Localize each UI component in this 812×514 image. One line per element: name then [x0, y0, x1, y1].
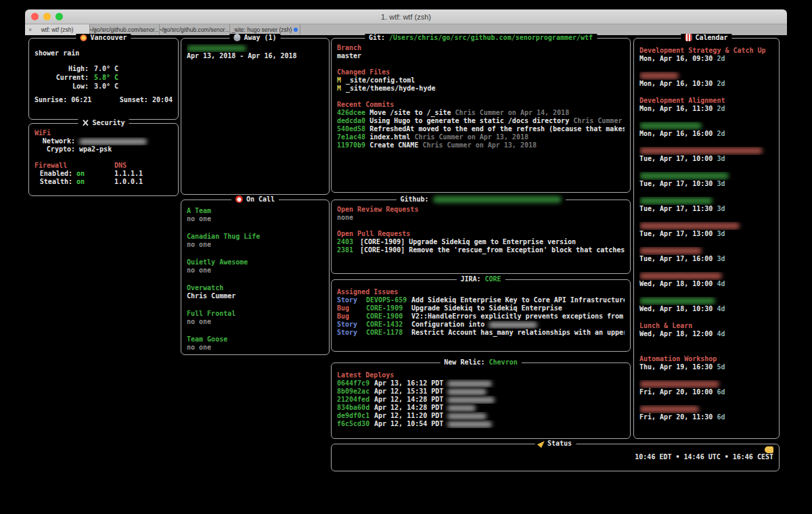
- issue-id: CORE-1178: [366, 329, 411, 337]
- redacted-text: [639, 147, 763, 154]
- commit-meta: Chris Cummer: [573, 117, 622, 124]
- issue-title: Add Sidekiq Enterprise Key to Core API I…: [411, 296, 625, 304]
- commit-hash: 7e1ac48: [337, 133, 365, 141]
- event-days-until: 3d: [717, 205, 725, 212]
- widget-calendar: Calendar Development Strategy & Catch Up…: [633, 38, 780, 439]
- oncall-team: Quietly Awesome no one: [187, 258, 323, 275]
- deploy-time: Apr 12, 10:54 PDT: [374, 420, 443, 427]
- zoom-window-button[interactable]: [55, 13, 63, 20]
- commit-meta: Chris Cummer on Apr 14, 2018: [455, 109, 570, 116]
- event-days-until: 6d: [717, 413, 725, 421]
- issue-row: StoryCORE-1432Configuration into: [337, 321, 625, 329]
- pr-number: 2381: [337, 246, 360, 254]
- weather-current-label: Current:: [35, 73, 89, 82]
- world-clocks: 10:46 EDT • 14:46 UTC • 16:46 CEST: [635, 453, 773, 461]
- activity-dot-icon: [294, 28, 298, 32]
- team-member: Chris Cummer: [187, 292, 323, 300]
- review-requests-header: Open Review Requests: [337, 206, 625, 214]
- dns-secondary: 1.0.0.1: [114, 178, 143, 186]
- event-date: Wed, Apr 18, 10:00: [639, 280, 713, 287]
- traffic-lights: [31, 13, 63, 20]
- changed-files-header: Changed Files: [337, 68, 625, 76]
- event-date: Tue, Apr 17, 11:30: [639, 205, 713, 212]
- widget-weather: Vancouver shower rain High:7.0° C Curren…: [28, 38, 179, 120]
- event-title: Development Alignment: [639, 97, 773, 105]
- window-titlebar[interactable]: 1. wtf: wtf (zsh): [25, 9, 787, 24]
- event-title: Lunch & Learn: [639, 322, 773, 330]
- deploy-time: Apr 12, 14:28 PDT: [374, 404, 443, 411]
- commit-message: index.html: [369, 133, 410, 141]
- crypto-label: Crypto:: [35, 145, 75, 154]
- close-tab-icon[interactable]: ×: [163, 26, 166, 33]
- event-date: Wed, Apr 18, 12:00: [639, 330, 713, 337]
- dns-primary: 1.1.1.1: [114, 170, 143, 178]
- event-date: Mon, Apr 16, 16:00: [639, 130, 713, 137]
- issue-row: StoryDEVOPS-659Add Sidekiq Enterprise Ke…: [337, 296, 625, 304]
- issue-type: Story: [337, 321, 366, 329]
- stealth-value: on: [76, 178, 85, 185]
- commit-row: 540ed58RefreshedAt moved to the end of t…: [337, 125, 625, 133]
- widget-jira: JIRA: CORE Assigned Issues StoryDEVOPS-6…: [331, 279, 631, 352]
- team-name: Team Goose: [187, 335, 323, 344]
- calendar-event: Tue, Apr 17, 10:303d: [639, 172, 773, 188]
- event-title: Development Strategy & Catch Up: [639, 47, 773, 55]
- weather-condition: shower rain: [35, 49, 173, 57]
- commit-meta: Chris Cummer on Apr 13, 2018: [414, 133, 528, 141]
- commit-row: 426dceeMove /site to /_siteChris Cummer …: [337, 109, 625, 117]
- event-date: Wed, Apr 18, 10:30: [639, 305, 713, 312]
- deploy-hash: 8b09e2ac: [337, 388, 374, 396]
- event-days-until: 5d: [717, 363, 725, 371]
- issue-type: Story: [337, 296, 366, 304]
- calendar-event: Development Alignment Mon, Apr 16, 11:30…: [639, 97, 773, 113]
- oncall-team: A Team no one: [187, 207, 323, 223]
- redacted-text: [639, 223, 740, 229]
- weather-high-value: 7.0° C: [94, 65, 118, 72]
- tab-label: ~/go/src/github.com/senor…: [160, 26, 230, 33]
- deploy-hash: 0644f7c9: [337, 379, 374, 388]
- issue-id: CORE-1909: [366, 304, 411, 312]
- commit-hash: dedcda0: [337, 117, 365, 124]
- widget-away: Away (1) Apr 13, 2018 - Apr 16, 2018: [181, 38, 330, 195]
- waving-hand-icon: [765, 446, 773, 453]
- minimize-window-button[interactable]: [43, 13, 51, 20]
- event-date: Mon, Apr 16, 10:30: [639, 80, 713, 87]
- calendar-event: Mon, Apr 16, 10:302d: [639, 72, 773, 88]
- weather-sunset: Sunset: 20:04: [120, 96, 173, 104]
- redacted-text: [639, 248, 702, 254]
- tab-label: _site: hugo server (zsh): [232, 26, 292, 33]
- weather-current-value: 5.8° C: [94, 74, 118, 81]
- redacted-text: [447, 381, 492, 387]
- close-tab-icon[interactable]: ×: [28, 26, 32, 33]
- commit-message: RefreshedAt moved to the end of the refr…: [369, 125, 625, 133]
- team-member: no one: [187, 318, 323, 326]
- firewall-header: Firewall: [35, 162, 114, 170]
- pull-request-row: 2403[CORE-1909] Upgrade Sidekiq gem to E…: [337, 238, 625, 246]
- calendar-event: Tue, Apr 17, 11:303d: [639, 197, 773, 213]
- tab-go-src-2[interactable]: × ~/go/src/github.com/senor…: [160, 24, 230, 35]
- issue-title: V2::HandleErrors explicitly prevents exc…: [411, 312, 623, 320]
- changed-file-row: M_site/config.toml: [337, 76, 625, 85]
- close-tab-icon[interactable]: ×: [233, 26, 237, 33]
- commit-message: Move /site to /_site: [369, 109, 451, 116]
- team-member: no one: [187, 215, 323, 223]
- calendar-event: Fri, Apr 20, 11:306d: [639, 405, 773, 421]
- deploy-row: 21204fedApr 12, 14:28 PDT: [337, 396, 625, 404]
- team-name: Full Frontal: [187, 310, 323, 318]
- file-status-flag: M: [337, 85, 346, 93]
- deploy-row: f6c5cd30Apr 12, 10:54 PDT: [337, 420, 625, 428]
- pr-number: 2403: [337, 238, 360, 246]
- close-tab-icon[interactable]: ×: [93, 26, 97, 33]
- team-name: Canadian Thug Life: [187, 233, 323, 241]
- away-date-range: Apr 13, 2018 - Apr 16, 2018: [187, 52, 323, 60]
- weather-sunrise: Sunrise: 06:21: [35, 96, 91, 104]
- commit-row: dedcda0Using Hugo to generate the static…: [337, 117, 625, 125]
- redacted-text: [639, 122, 702, 129]
- deploy-time: Apr 12, 14:28 PDT: [374, 396, 443, 403]
- pull-request-row: 2381[CORE-1900] Remove the 'rescue_from …: [337, 246, 625, 254]
- close-window-button[interactable]: [31, 13, 39, 20]
- deploy-time: Apr 12, 15:31 PDT: [374, 388, 443, 395]
- weather-low-value: 3.0° C: [94, 83, 118, 90]
- issue-type: Bug: [337, 304, 366, 312]
- event-date: Tue, Apr 17, 16:00: [639, 255, 713, 262]
- issue-title: Upgrade Sidekiq to Sidekiq Enterprise: [411, 304, 562, 312]
